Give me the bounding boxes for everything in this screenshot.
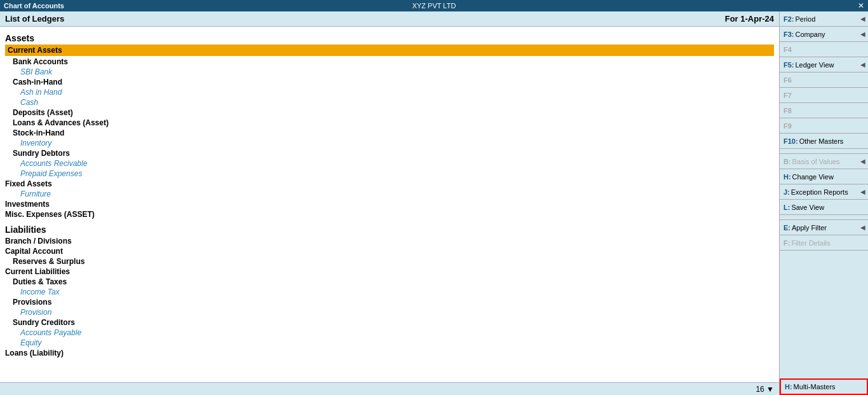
sidebar-spacer xyxy=(780,251,868,378)
loans-advances-group[interactable]: Loans & Advances (Asset) xyxy=(5,118,774,128)
j-exception-reports-button[interactable]: J: Exception Reports ◀ xyxy=(780,184,868,200)
f-label: Filter Details xyxy=(791,239,830,247)
assets-section-header: Assets xyxy=(5,33,774,43)
f-key: F: xyxy=(783,239,790,247)
f9-key: F9 xyxy=(783,122,792,130)
f5-label: Ledger View xyxy=(796,61,834,69)
inventory-ledger[interactable]: Inventory xyxy=(5,138,774,148)
b-label: Basis of Values xyxy=(792,158,840,165)
h-change-view-button[interactable]: H: Change View xyxy=(780,169,868,184)
branch-divisions-header[interactable]: Branch / Divisions xyxy=(5,236,774,246)
investments-header[interactable]: Investments xyxy=(5,199,774,209)
e-key: E: xyxy=(783,224,790,232)
provision-ledger[interactable]: Provision xyxy=(5,307,774,317)
fixed-assets-header[interactable]: Fixed Assets xyxy=(5,179,774,189)
h-multi-key: H: xyxy=(785,383,792,391)
bank-accounts-group[interactable]: Bank Accounts xyxy=(5,57,774,67)
equity-ledger[interactable]: Equity xyxy=(5,338,774,348)
f-filter-details-button: F: Filter Details xyxy=(780,235,868,251)
bottom-bar: 16 ▼ xyxy=(0,382,779,395)
f5-key: F5: xyxy=(783,61,794,69)
l-save-view-button[interactable]: L: Save View xyxy=(780,200,868,215)
f4-button: F4 xyxy=(780,42,868,57)
sundry-creditors-group[interactable]: Sundry Creditors xyxy=(5,317,774,328)
f10-other-masters-button[interactable]: F10: Other Masters xyxy=(780,134,868,149)
accounts-payable-ledger[interactable]: Accounts Payable xyxy=(5,328,774,338)
f3-company-button[interactable]: F3: Company ◀ xyxy=(780,27,868,42)
sidebar-gap-2 xyxy=(780,215,868,220)
ash-in-hand-ledger[interactable]: Ash in Hand xyxy=(5,87,774,97)
f6-key: F6 xyxy=(783,76,792,84)
company-name: XYZ PVT LTD xyxy=(412,2,456,10)
sundry-debtors-group[interactable]: Sundry Debtors xyxy=(5,148,774,158)
provisions-group[interactable]: Provisions xyxy=(5,297,774,307)
f7-key: F7 xyxy=(783,92,792,99)
stock-in-hand-group[interactable]: Stock-in-Hand xyxy=(5,128,774,138)
list-title: List of Ledgers xyxy=(5,14,64,24)
sidebar-gap-1 xyxy=(780,149,868,154)
date-label: For 1-Apr-24 xyxy=(725,14,774,24)
f9-button: F9 xyxy=(780,118,868,134)
furniture-ledger[interactable]: Furniture xyxy=(5,189,774,199)
prepaid-expenses-ledger[interactable]: Prepaid Expenses xyxy=(5,169,774,179)
f10-label: Other Masters xyxy=(799,137,844,145)
b-arrow: ◀ xyxy=(860,158,865,165)
right-sidebar: F2: Period ◀ F3: Company ◀ F4 F5: Ledger… xyxy=(779,11,868,395)
main-container: List of Ledgers For 1-Apr-24 Assets Curr… xyxy=(0,11,868,395)
f2-label: Period xyxy=(796,15,816,23)
f2-period-button[interactable]: F2: Period ◀ xyxy=(780,11,868,27)
h-change-label: Change View xyxy=(792,173,834,181)
page-number: 16 ▼ xyxy=(756,385,774,394)
f8-key: F8 xyxy=(783,107,792,114)
close-button[interactable]: ✕ xyxy=(858,1,864,10)
f3-key: F3: xyxy=(783,31,794,38)
j-arrow: ◀ xyxy=(860,188,865,195)
ledger-list[interactable]: Assets Current Assets Bank Accounts SBI … xyxy=(0,27,779,382)
f3-arrow: ◀ xyxy=(860,31,865,38)
l-label: Save View xyxy=(791,204,824,211)
h-multi-label: Multi-Masters xyxy=(794,383,836,391)
accounts-receivable-ledger[interactable]: Accounts Recivable xyxy=(5,158,774,169)
deposits-group[interactable]: Deposits (Asset) xyxy=(5,107,774,118)
cash-in-hand-group[interactable]: Cash-in-Hand xyxy=(5,77,774,87)
f2-key: F2: xyxy=(783,15,794,23)
liabilities-section-header: Liabilities xyxy=(5,225,774,235)
income-tax-ledger[interactable]: Income Tax xyxy=(5,287,774,297)
capital-account-header[interactable]: Capital Account xyxy=(5,246,774,256)
reserves-surplus-group[interactable]: Reserves & Surplus xyxy=(5,256,774,267)
f6-button: F6 xyxy=(780,73,868,88)
j-label: Exception Reports xyxy=(791,188,848,196)
e-label: Apply Filter xyxy=(792,224,827,232)
f7-button: F7 xyxy=(780,88,868,103)
f10-key: F10: xyxy=(783,137,798,145)
window-title: Chart of Accounts xyxy=(4,2,64,10)
l-key: L: xyxy=(783,204,790,211)
e-apply-filter-button[interactable]: E: Apply Filter ◀ xyxy=(780,220,868,235)
misc-expenses-header[interactable]: Misc. Expenses (ASSET) xyxy=(5,209,774,219)
current-assets-header[interactable]: Current Assets xyxy=(5,45,774,56)
f4-key: F4 xyxy=(783,46,792,53)
j-key: J: xyxy=(783,188,790,196)
f3-label: Company xyxy=(796,31,825,38)
f5-arrow: ◀ xyxy=(860,61,865,68)
duties-taxes-group[interactable]: Duties & Taxes xyxy=(5,277,774,287)
b-key: B: xyxy=(783,158,791,165)
b-basis-button: B: Basis of Values ◀ xyxy=(780,154,868,169)
cash-ledger[interactable]: Cash xyxy=(5,97,774,107)
f2-arrow: ◀ xyxy=(860,15,865,22)
header-bar: List of Ledgers For 1-Apr-24 xyxy=(0,11,779,27)
title-bar: Chart of Accounts XYZ PVT LTD ✕ xyxy=(0,0,868,11)
e-arrow: ◀ xyxy=(860,224,865,231)
content-area: List of Ledgers For 1-Apr-24 Assets Curr… xyxy=(0,11,779,395)
f8-button: F8 xyxy=(780,103,868,118)
current-liabilities-header[interactable]: Current Liabilities xyxy=(5,267,774,277)
f5-ledger-view-button[interactable]: F5: Ledger View ◀ xyxy=(780,57,868,73)
h-change-key: H: xyxy=(783,173,791,181)
h-multi-masters-button[interactable]: H: Multi-Masters xyxy=(780,378,868,395)
sbi-bank-ledger[interactable]: SBI Bank xyxy=(5,67,774,77)
loans-liability-header[interactable]: Loans (Liability) xyxy=(5,348,774,358)
